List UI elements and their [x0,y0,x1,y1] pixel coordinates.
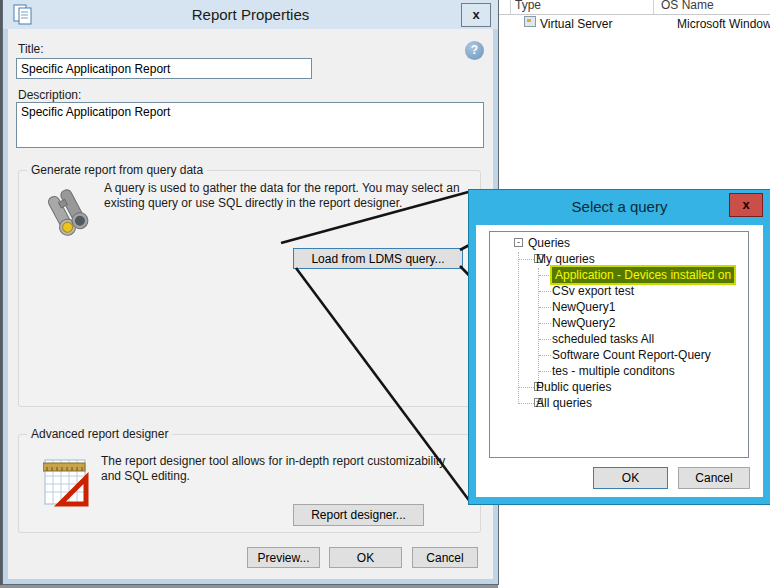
binoculars-icon [45,187,93,241]
tree-item-public-queries[interactable]: + Public queries [490,379,748,395]
close-icon[interactable]: x [729,193,763,217]
report-properties-dialog: Report Properties x Title: ? Description… [3,0,498,584]
group-legend: Generate report from query data [27,163,207,177]
title-input[interactable] [16,58,312,79]
column-header-os-name[interactable]: OS Name [661,0,714,12]
tree-connector [539,371,551,372]
cancel-button[interactable]: Cancel [412,547,478,568]
tree-item-selected-query[interactable]: Application - Devices installed on [490,267,748,283]
tree-item[interactable]: NewQuery1 [490,299,748,315]
tree-connector [519,387,534,388]
tree-connector [539,307,551,308]
column-separator [510,0,511,14]
selected-query-highlight: Application - Devices installed on [552,267,734,283]
tree-item-my-queries[interactable]: - My queries [490,251,748,267]
tree-connector [539,291,551,292]
description-input[interactable]: Specific Applicatipon Report [16,102,484,148]
select-query-dialog: Select a query x - Queries - My queries … [469,190,770,504]
list-item-os[interactable]: Microsoft Window [677,17,770,31]
tree-item[interactable]: NewQuery2 [490,315,748,331]
collapse-icon[interactable]: - [514,238,523,247]
load-from-ldms-query-button[interactable]: Load from LDMS query... [293,248,463,269]
tree-item-queries[interactable]: - Queries [490,235,748,251]
report-designer-icon [43,456,89,508]
tree-item-all-queries[interactable]: + All queries [490,395,748,411]
title-bar[interactable]: Report Properties x [3,0,498,29]
description-field-label: Description: [18,88,81,102]
group-description-line2: and SQL editing. [101,469,190,483]
list-item-type[interactable]: Virtual Server [540,17,612,31]
tree-item[interactable]: Software Count Report-Query [490,347,748,363]
tree-item[interactable]: tes - multiple conditons [490,363,748,379]
tree-connector [519,403,534,404]
report-designer-button[interactable]: Report designer... [293,504,424,526]
tree-connector [539,275,551,276]
group-advanced-designer: Advanced report designer The report desi… [18,434,481,533]
dialog-body: Title: ? Description: Specific Applicati… [8,29,493,579]
column-header-type[interactable]: Type [515,0,541,12]
group-generate-report: Generate report from query data A query … [18,170,481,407]
title-field-label: Title: [18,42,44,56]
group-description-line1: A query is used to gather the data for t… [104,181,460,195]
group-description-line2: existing query or use SQL directly in th… [104,196,402,210]
dialog-title: Select a query [469,198,770,215]
tree-connector [539,323,551,324]
close-icon[interactable]: x [461,3,491,27]
cancel-button[interactable]: Cancel [678,467,750,489]
tree-connector [519,259,534,260]
help-icon[interactable]: ? [465,41,484,60]
column-separator [653,0,654,14]
ok-button[interactable]: OK [329,547,402,568]
header-underline [499,14,770,15]
device-icon [524,16,536,27]
preview-button[interactable]: Preview... [247,547,320,568]
group-legend: Advanced report designer [27,427,172,441]
dialog-title: Report Properties [3,6,498,23]
group-description-line1: The report designer tool allows for in-d… [101,454,445,468]
tree-item[interactable]: CSv export test [490,283,748,299]
tree-connector [539,339,551,340]
query-tree[interactable]: - Queries - My queries Application - Dev… [489,231,749,458]
tree-item[interactable]: scheduled tasks All [490,331,748,347]
tree-connector [539,355,551,356]
ok-button[interactable]: OK [593,467,668,489]
dialog-body: - Queries - My queries Application - Dev… [476,225,763,497]
